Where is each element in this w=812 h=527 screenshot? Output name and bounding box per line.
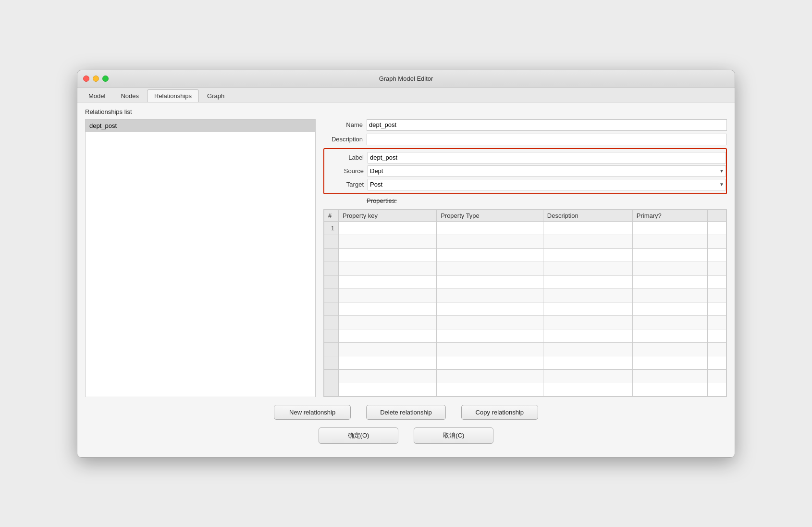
new-relationship-button[interactable]: New relationship [274, 405, 351, 420]
maximize-button[interactable] [102, 75, 109, 82]
table-row [324, 383, 726, 396]
tab-graph[interactable]: Graph [200, 89, 232, 102]
properties-table-container: # Property key Property Type Description… [323, 209, 727, 397]
cancel-button[interactable]: 取消(C) [414, 427, 493, 444]
row-extra-empty [708, 235, 726, 248]
traffic-lights [83, 75, 109, 82]
bottom-buttons: New relationship Delete relationship Cop… [85, 405, 727, 422]
close-button[interactable] [83, 75, 89, 82]
row-prim-empty [632, 235, 708, 248]
col-property-type: Property Type [437, 210, 543, 221]
label-input[interactable] [368, 152, 726, 163]
col-extra [708, 210, 726, 221]
row-extra [708, 221, 726, 235]
label-label: Label [324, 154, 368, 161]
right-panel: Name Description Label [316, 119, 727, 397]
properties-table: # Property key Property Type Description… [324, 210, 726, 397]
source-label: Source [324, 167, 368, 175]
main-content: Relationships list dept_post Name Descri… [77, 102, 735, 457]
name-input[interactable] [367, 119, 727, 131]
red-bordered-section: Label Source Dept ▼ [323, 148, 727, 194]
col-description: Description [543, 210, 632, 221]
target-select-wrapper: Post ▼ [368, 179, 726, 190]
name-row: Name [323, 119, 727, 131]
table-row [324, 275, 726, 289]
tab-nodes[interactable]: Nodes [113, 89, 146, 102]
tab-relationships[interactable]: Relationships [147, 89, 199, 102]
label-row: Label [324, 152, 726, 163]
source-row: Source Dept ▼ [324, 165, 726, 177]
main-window: Graph Model Editor Model Nodes Relations… [77, 70, 735, 458]
copy-relationship-button[interactable]: Copy relationship [461, 405, 538, 420]
table-row [324, 262, 726, 275]
target-select[interactable]: Post [368, 179, 726, 190]
row-primary[interactable] [632, 221, 708, 235]
properties-table-header: # Property key Property Type Description… [324, 210, 726, 221]
tab-bar: Model Nodes Relationships Graph [77, 88, 735, 102]
properties-table-body: 1 [324, 221, 726, 396]
table-row [324, 248, 726, 262]
name-label: Name [323, 121, 367, 128]
window-title: Graph Model Editor [379, 75, 433, 82]
properties-header-row: # Property key Property Type Description… [324, 210, 726, 221]
table-row [324, 342, 726, 356]
title-bar: Graph Model Editor [77, 70, 735, 88]
right-panel-inner: Name Description Label [323, 119, 727, 397]
table-row: 1 [324, 221, 726, 235]
list-item[interactable]: dept_post [86, 120, 315, 132]
description-label: Description [323, 136, 367, 143]
split-layout: dept_post Name Description [85, 119, 727, 397]
target-row: Target Post ▼ [324, 179, 726, 190]
confirm-buttons: 确定(O) 取消(C) [85, 427, 727, 450]
source-select[interactable]: Dept [368, 165, 726, 177]
relationships-list: dept_post [85, 119, 316, 397]
row-desc-empty [543, 235, 632, 248]
row-num-empty [324, 235, 339, 248]
row-type-empty [437, 235, 543, 248]
row-description[interactable] [543, 221, 632, 235]
table-row [324, 369, 726, 383]
table-row [324, 289, 726, 302]
row-num: 1 [324, 221, 339, 235]
table-row [324, 302, 726, 315]
delete-relationship-button[interactable]: Delete relationship [366, 405, 446, 420]
col-primary: Primary? [632, 210, 708, 221]
table-row [324, 235, 726, 248]
table-row [324, 356, 726, 369]
properties-label: Properties: [367, 197, 397, 204]
description-input[interactable] [367, 134, 727, 145]
ok-button[interactable]: 确定(O) [319, 427, 399, 444]
minimize-button[interactable] [93, 75, 99, 82]
target-label: Target [324, 181, 368, 188]
source-select-wrapper: Dept ▼ [368, 165, 726, 177]
properties-row: Properties: [323, 197, 727, 206]
tab-model[interactable]: Model [81, 89, 112, 102]
description-row: Description [323, 134, 727, 145]
row-key[interactable] [339, 221, 437, 235]
row-type[interactable] [437, 221, 543, 235]
table-row [324, 315, 726, 329]
table-row [324, 329, 726, 342]
row-key-empty [339, 235, 437, 248]
col-num: # [324, 210, 339, 221]
section-title: Relationships list [85, 108, 727, 115]
col-property-key: Property key [339, 210, 437, 221]
